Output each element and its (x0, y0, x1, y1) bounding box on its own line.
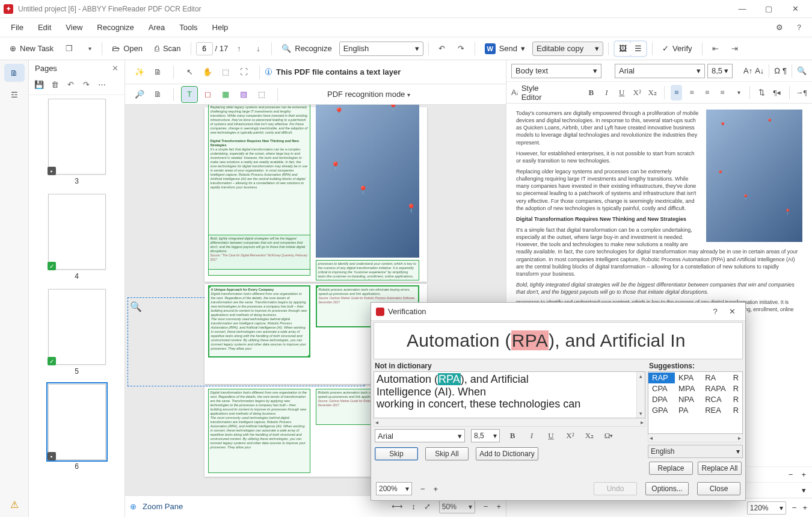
undo-icon[interactable]: ↶ (434, 40, 451, 57)
page-thumb-3[interactable]: ▪ 3 (34, 99, 120, 185)
verify-zoom-in-icon[interactable]: + (434, 484, 438, 494)
verification-titlebar[interactable]: Verification ? ✕ (371, 303, 745, 321)
undo-button[interactable]: Undo (594, 482, 637, 495)
dialog-close-icon[interactable]: ✕ (724, 304, 740, 320)
textbox-hscrollbar[interactable]: ◂▸ (374, 418, 645, 427)
save-icon[interactable]: 💾 (32, 78, 46, 91)
page-number-input[interactable] (196, 42, 213, 55)
text-area-selected[interactable]: A Unique Approach for Every Company Digi… (208, 285, 310, 358)
dialog-help-icon[interactable]: ? (707, 304, 724, 320)
verify-button[interactable]: ✓Verify (657, 42, 697, 55)
replace-all-button[interactable]: Replace All (698, 462, 742, 475)
maximize-button[interactable]: ▢ (755, 0, 782, 18)
close-window-button[interactable]: ✕ (782, 0, 808, 18)
close-button[interactable]: Close (697, 482, 740, 495)
verify-language-select[interactable]: English▾ (648, 445, 743, 458)
align-justify-button[interactable]: ≡ (716, 85, 728, 101)
suggestion-item[interactable]: RAP (648, 373, 675, 383)
suggestion-item[interactable]: GPA (648, 405, 675, 416)
select-area-icon[interactable]: ⬚ (253, 86, 270, 103)
replace-button[interactable]: Replace (649, 462, 693, 475)
find-icon[interactable]: 🔍 (797, 66, 807, 75)
rtl-icon[interactable]: ¶◂ (771, 85, 783, 101)
fit-page-icon[interactable]: ⤢ (424, 502, 431, 511)
new-task-button[interactable]: ⊕New Task (5, 42, 58, 55)
minimize-button[interactable]: — (729, 0, 755, 18)
zoom-out-icon[interactable]: − (484, 502, 488, 511)
skip-all-button[interactable]: Skip All (425, 447, 469, 460)
add-to-dictionary-button[interactable]: Add to Dictionary (476, 447, 538, 460)
verify-zoom-out-icon[interactable]: − (420, 484, 425, 494)
verify-font-select[interactable]: Arial▾ (375, 429, 465, 442)
properties-rail-icon[interactable]: ☲ (4, 85, 25, 104)
scan-button[interactable]: ⎙Scan (150, 42, 186, 55)
suggestion-item[interactable]: MPA (675, 383, 701, 394)
zoom-out-icon[interactable]: − (792, 503, 797, 512)
page-up-icon[interactable]: ↑ (230, 40, 247, 57)
page-add-icon[interactable]: 🗎 (149, 64, 166, 81)
suggestions-hscrollbar[interactable]: ◂▸ (648, 434, 743, 442)
verify-superscript-button[interactable]: X² (564, 429, 577, 442)
picture-area-icon[interactable]: ◻ (199, 86, 216, 103)
verify-symbol-button[interactable]: Ω▾ (602, 429, 615, 442)
suggestion-item[interactable]: KPA (675, 373, 701, 383)
zoom-in-icon[interactable]: + (801, 470, 806, 479)
suggestion-item[interactable]: RAPA (701, 383, 729, 394)
rotate-left-icon[interactable]: ↶ (64, 78, 77, 91)
align-right-button[interactable]: ≡ (701, 85, 713, 101)
table-area-icon[interactable]: ▦ (217, 86, 234, 103)
warning-icon[interactable]: ⚠ (4, 495, 25, 513)
underline-button[interactable]: U (616, 85, 627, 101)
pdf-recognition-mode-select[interactable]: PDF recognition mode (327, 90, 410, 99)
suggestion-item[interactable]: PA (675, 405, 701, 416)
menu-recognize[interactable]: Recognize (91, 20, 140, 34)
pages-rail-icon[interactable]: 🗎 (4, 64, 25, 82)
align-left-button[interactable]: ≡ (671, 85, 682, 101)
suggestion-item[interactable]: RCA (701, 394, 729, 405)
align-more-dropdown[interactable] (732, 85, 743, 101)
verify-size-select[interactable]: 8,5▾ (471, 429, 500, 442)
verify-bold-button[interactable]: B (506, 429, 519, 442)
line-spacing-icon[interactable]: ⇅ (756, 85, 767, 101)
suggestion-item[interactable]: R (730, 405, 742, 416)
textbox-vscrollbar[interactable]: ▴▾ (636, 372, 645, 418)
send-format-select[interactable]: Editable copy▾ (532, 42, 603, 56)
align-center-button[interactable]: ≡ (686, 85, 697, 101)
layers-icon[interactable]: ❐ (61, 40, 78, 57)
zoom-in-icon[interactable]: + (802, 503, 807, 512)
page-thumb-5[interactable]: ✓ 5 (34, 289, 120, 376)
suggestion-item[interactable]: REA (701, 405, 729, 416)
delete-icon[interactable]: 🗑 (48, 78, 61, 91)
more-icon[interactable]: ⋯ (95, 78, 108, 91)
suggestion-item[interactable]: NPA (675, 394, 701, 405)
font-select[interactable]: Arial▾ (615, 64, 705, 78)
suggestion-item[interactable]: DPA (648, 394, 675, 405)
zoom-in-icon[interactable]: + (496, 502, 501, 511)
font-size-select[interactable]: 8,5▾ (707, 64, 733, 78)
fit-width-icon[interactable]: ⟷ (392, 502, 403, 511)
menu-view[interactable]: View (60, 20, 88, 34)
view-text-icon[interactable]: ☰ (630, 42, 646, 56)
decrease-font-icon[interactable]: A↓ (755, 66, 764, 75)
increase-font-icon[interactable]: A↑ (743, 66, 752, 75)
enhance-image-icon[interactable]: ✨ (131, 64, 148, 81)
view-image-icon[interactable]: 🖼 (615, 42, 630, 56)
skip-button[interactable]: Skip (375, 447, 418, 460)
suggestion-item[interactable]: RA (701, 373, 729, 383)
indent-icon[interactable]: →¶ (796, 85, 807, 101)
hand-icon[interactable]: ✋ (199, 64, 216, 81)
recognize-button[interactable]: 🔍Recognize (277, 42, 336, 55)
read-area-icon[interactable]: 🔎 (131, 86, 148, 103)
subscript-button[interactable]: X₂ (647, 85, 658, 101)
suggestion-item[interactable]: R (730, 383, 742, 394)
italic-button[interactable]: I (601, 85, 612, 101)
open-button[interactable]: 🗁Open (107, 42, 147, 55)
menu-edit[interactable]: Edit (32, 20, 57, 34)
suggestion-item[interactable]: CPA (648, 383, 675, 394)
chevron-down-icon[interactable]: ▾ (802, 486, 806, 495)
first-page-icon[interactable]: ⇤ (707, 40, 724, 57)
settings-icon[interactable]: ⚙ (771, 19, 788, 36)
select-all-icon[interactable]: ⛶ (235, 64, 252, 81)
style-select[interactable]: Body text▾ (511, 64, 601, 78)
superscript-button[interactable]: X² (631, 85, 642, 101)
